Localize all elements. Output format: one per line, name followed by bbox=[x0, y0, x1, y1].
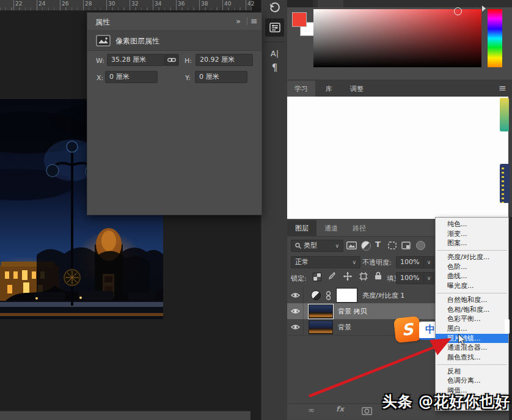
hue-slider[interactable] bbox=[488, 9, 502, 67]
ruler-tick: 30 bbox=[108, 1, 115, 7]
opacity-dropdown-button[interactable]: ∨ bbox=[423, 256, 434, 268]
panel-tab-row: 学习 库 调整 ≡ bbox=[287, 79, 512, 97]
mouse-cursor bbox=[458, 334, 466, 345]
tab-paths[interactable]: 路径 bbox=[346, 220, 373, 236]
menu-item-black-white[interactable]: 黑白... bbox=[436, 324, 508, 334]
height-input[interactable]: 20.92 厘米 bbox=[196, 54, 253, 66]
history-panel-icon[interactable] bbox=[265, 0, 284, 16]
character-panel-icon[interactable]: A| bbox=[265, 45, 284, 61]
menu-item-invert[interactable]: 反相 bbox=[436, 367, 508, 377]
ruler-tick: 36 bbox=[178, 1, 185, 7]
photoshop-window: 22 24 26 28 30 32 34 36 38 40 42 bbox=[0, 0, 512, 420]
color-tab-stub[interactable] bbox=[287, 0, 313, 7]
layer-mask-thumbnail[interactable] bbox=[336, 288, 357, 303]
filter-shape-icon[interactable] bbox=[388, 241, 397, 249]
filter-adjustment-icon[interactable] bbox=[361, 241, 371, 251]
hue-slider-marker[interactable] bbox=[482, 6, 486, 12]
menu-item-exposure[interactable]: 曝光度... bbox=[436, 281, 508, 291]
learn-panel-content bbox=[287, 97, 508, 219]
tab-channels[interactable]: 通道 bbox=[318, 220, 345, 236]
color-panel bbox=[287, 0, 512, 79]
properties-header: 像素图层属性 bbox=[87, 31, 261, 51]
layer-thumbnail[interactable] bbox=[309, 320, 333, 334]
add-mask-icon[interactable] bbox=[362, 407, 372, 415]
menu-item-channel-mixer[interactable]: 通道混合器... bbox=[436, 343, 508, 353]
blend-mode-select[interactable]: 正常 ∨ bbox=[291, 256, 360, 268]
paragraph-panel-icon[interactable]: ¶ bbox=[265, 60, 284, 76]
visibility-toggle[interactable] bbox=[287, 303, 304, 319]
lock-all-icon[interactable] bbox=[375, 271, 382, 280]
dock-divider bbox=[264, 42, 285, 42]
ruler-tick: 32 bbox=[131, 1, 138, 7]
menu-separator bbox=[437, 250, 507, 251]
y-input[interactable]: 0 厘米 bbox=[195, 71, 247, 83]
mask-link-icon bbox=[326, 291, 331, 300]
y-label: Y: bbox=[185, 74, 191, 82]
tab-adjustments[interactable]: 调整 bbox=[342, 81, 371, 97]
menu-item-levels[interactable]: 色阶... bbox=[436, 262, 508, 272]
width-label: W: bbox=[96, 57, 104, 65]
properties-menu-icon[interactable]: ≡ bbox=[251, 16, 258, 26]
visibility-toggle[interactable] bbox=[287, 319, 304, 335]
layer-filter-kind[interactable]: 类型 ∨ bbox=[291, 240, 343, 252]
menu-item-solid-color[interactable]: 纯色... bbox=[436, 219, 508, 229]
menu-item-posterize[interactable]: 色调分离... bbox=[436, 376, 508, 386]
properties-panel-icon[interactable] bbox=[265, 18, 284, 37]
fill-dropdown-button[interactable]: ∨ bbox=[423, 272, 434, 284]
width-input[interactable]: 35.28 厘米 bbox=[107, 54, 164, 66]
learn-card-fragment bbox=[500, 98, 509, 131]
menu-item-brightness-contrast[interactable]: 亮度/对比度... bbox=[436, 252, 508, 262]
ruler-tick: 22 bbox=[15, 1, 22, 7]
foreground-color-swatch[interactable] bbox=[292, 12, 307, 27]
color-picker-marker[interactable] bbox=[454, 7, 462, 15]
layer-effects-icon[interactable]: fx bbox=[336, 405, 344, 413]
layer-row-adjustment[interactable]: 亮度/对比度 1 bbox=[287, 287, 435, 304]
link-dimensions-button[interactable] bbox=[164, 54, 179, 66]
sogou-logo[interactable]: S bbox=[393, 316, 422, 343]
properties-titlebar[interactable]: 属性 » ≡ bbox=[87, 13, 261, 31]
link-layers-icon[interactable]: ∞ bbox=[308, 405, 315, 414]
horizontal-ruler[interactable]: 22 24 26 28 30 32 34 36 38 40 42 bbox=[0, 0, 252, 11]
menu-item-color-lookup[interactable]: 颜色查找... bbox=[436, 353, 508, 363]
menu-item-vibrance[interactable]: 自然饱和度... bbox=[436, 295, 508, 305]
menu-item-color-balance[interactable]: 色彩平衡... bbox=[436, 314, 508, 324]
adjustment-layer-menu: 纯色... 渐变... 图案... 亮度/对比度... 色阶... 曲线... … bbox=[435, 217, 509, 411]
filter-toggle-icon[interactable] bbox=[416, 241, 425, 250]
filter-type-icon[interactable]: T bbox=[375, 240, 381, 249]
lock-position-icon[interactable] bbox=[343, 272, 352, 281]
collapse-panel-icon[interactable]: » bbox=[236, 17, 241, 26]
opacity-value[interactable]: 100% bbox=[396, 256, 425, 268]
ruler-tick: 38 bbox=[201, 1, 208, 7]
tab-layers[interactable]: 图层 bbox=[287, 220, 316, 236]
filter-image-icon[interactable] bbox=[346, 241, 357, 249]
menu-item-hue-saturation[interactable]: 色相/饱和度... bbox=[436, 305, 508, 315]
ruler-tick: 24 bbox=[38, 1, 45, 7]
color-saturation-field[interactable] bbox=[313, 9, 481, 67]
swatches-tab-stub[interactable] bbox=[318, 0, 343, 7]
lock-transparency-icon[interactable] bbox=[313, 273, 321, 281]
chain-link-icon bbox=[167, 57, 176, 62]
layer-name: 背景 拷贝 bbox=[338, 307, 367, 316]
x-label: X: bbox=[97, 74, 103, 82]
visibility-toggle[interactable] bbox=[287, 287, 304, 303]
panel-menu-icon[interactable]: ≡ bbox=[499, 83, 507, 94]
ruler-tick: 28 bbox=[85, 1, 92, 7]
fill-value[interactable]: 100% bbox=[396, 272, 425, 284]
filter-kind-label: 类型 bbox=[304, 240, 332, 251]
filter-smart-object-icon[interactable] bbox=[401, 241, 411, 249]
menu-item-photo-filter[interactable]: 照片滤镜... bbox=[436, 334, 508, 344]
ime-toolbar-fragment bbox=[505, 319, 510, 334]
layer-thumbnail[interactable] bbox=[309, 304, 333, 319]
tab-learn[interactable]: 学习 bbox=[287, 81, 315, 97]
menu-item-pattern[interactable]: 图案... bbox=[436, 238, 508, 248]
x-input[interactable]: 0 厘米 bbox=[105, 71, 158, 83]
eye-icon bbox=[291, 308, 300, 314]
lock-paint-icon[interactable] bbox=[327, 272, 335, 281]
menu-item-gradient[interactable]: 渐变... bbox=[436, 229, 508, 239]
menu-separator bbox=[437, 364, 507, 365]
tab-library[interactable]: 库 bbox=[316, 81, 341, 97]
adjustment-layer-icon bbox=[311, 290, 321, 300]
menu-item-curves[interactable]: 曲线... bbox=[436, 271, 508, 281]
properties-panel: 属性 » ≡ 像素图层属性 W: 35.28 厘米 H: 20.92 厘米 X:… bbox=[87, 12, 262, 215]
lock-artboard-icon[interactable] bbox=[359, 272, 368, 281]
